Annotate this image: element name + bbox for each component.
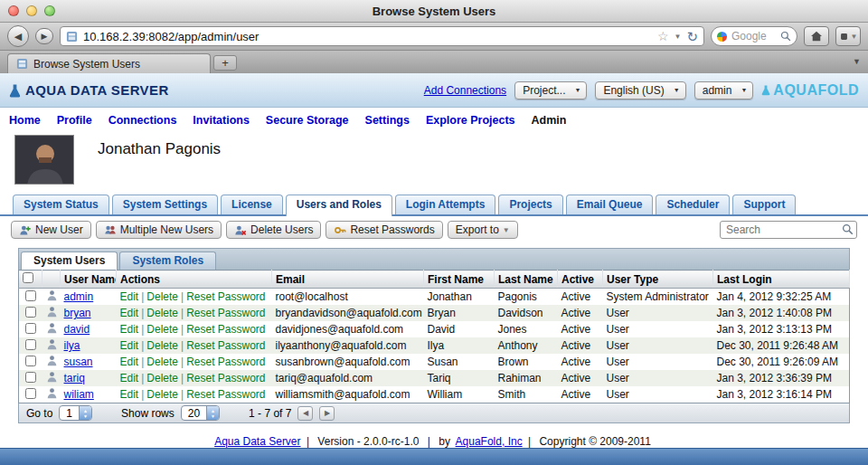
new-tab-button[interactable]: + (213, 55, 237, 71)
close-window-button[interactable] (8, 5, 19, 16)
language-select[interactable]: English (US) ▼ (595, 81, 685, 100)
tab-system-settings[interactable]: System Settings (112, 195, 218, 214)
tab-scheduler[interactable]: Scheduler (656, 195, 730, 214)
url-dropdown-chevron-icon[interactable]: ▼ (675, 33, 682, 41)
goto-page-stepper[interactable]: 1 ▲▼ (59, 405, 92, 421)
url-bar[interactable]: 10.168.2.39:8082/app/admin/user ☆ ▼ ↻ (60, 26, 704, 46)
forward-button[interactable]: ▶ (35, 28, 53, 44)
browser-tab[interactable]: Browse System Users (7, 53, 211, 73)
reset-password-link[interactable]: Reset Password (186, 356, 265, 368)
edit-link[interactable]: Edit (120, 388, 139, 401)
window-controls (8, 5, 55, 16)
reset-password-link[interactable]: Reset Password (186, 307, 265, 319)
username-link[interactable]: wiliam (64, 388, 94, 401)
username-link[interactable]: bryan (64, 307, 91, 319)
reset-passwords-button[interactable]: Reset Passwords (326, 221, 442, 239)
nav-item-admin[interactable]: Admin (532, 114, 567, 127)
reset-password-link[interactable]: Reset Password (186, 339, 265, 352)
footer-product-link[interactable]: Aqua Data Server (214, 435, 300, 448)
bookmark-star-icon[interactable]: ☆ (657, 30, 669, 43)
delete-link[interactable]: Delete (146, 388, 178, 401)
search-input[interactable] (720, 221, 857, 239)
reload-icon[interactable]: ↻ (686, 30, 698, 43)
row-checkbox[interactable] (25, 339, 36, 350)
edit-link[interactable]: Edit (120, 290, 139, 303)
row-checkbox[interactable] (25, 372, 36, 383)
delete-link[interactable]: Delete (146, 290, 178, 303)
stepper-arrows-icon[interactable]: ▲▼ (79, 406, 91, 420)
username-link[interactable]: susan (64, 356, 93, 368)
user-select[interactable]: admin ▼ (694, 81, 754, 100)
home-button[interactable] (804, 26, 829, 46)
nav-item-home[interactable]: Home (9, 114, 41, 127)
delete-users-button[interactable]: Delete Users (226, 221, 321, 239)
nav-item-connections[interactable]: Connections (108, 114, 177, 127)
back-button[interactable]: ◀ (7, 25, 29, 47)
select-arrows-icon[interactable]: ▲▼ (206, 406, 219, 420)
delete-link[interactable]: Delete (146, 372, 178, 384)
edit-link[interactable]: Edit (120, 339, 139, 352)
select-all-checkbox[interactable] (23, 272, 33, 283)
row-checkbox[interactable] (25, 388, 36, 399)
reset-password-link[interactable]: Reset Password (186, 323, 265, 336)
username-link[interactable]: tariq (64, 372, 85, 384)
new-user-button[interactable]: New User (11, 221, 91, 239)
delete-link[interactable]: Delete (146, 323, 178, 336)
active-cell: Active (558, 305, 603, 321)
show-rows-select[interactable]: 20 ▲▼ (181, 405, 220, 421)
multiple-new-users-label: Multiple New Users (120, 223, 213, 236)
reset-password-link[interactable]: Reset Password (186, 388, 265, 401)
delete-link[interactable]: Delete (146, 307, 178, 319)
tab-license[interactable]: License (221, 195, 283, 214)
edit-link[interactable]: Edit (120, 356, 139, 368)
last-login-cell: Jan 3, 2012 3:36:39 PM (713, 370, 850, 386)
row-checkbox[interactable] (25, 307, 36, 318)
edit-link[interactable]: Edit (120, 372, 139, 384)
export-to-button[interactable]: Export to ▼ (448, 221, 518, 239)
tab-projects[interactable]: Projects (498, 195, 562, 214)
tools-menu-button[interactable]: ▼ (835, 26, 861, 46)
username-link[interactable]: david (64, 323, 90, 336)
username-link[interactable]: admin (64, 290, 94, 303)
row-checkbox[interactable] (25, 356, 36, 366)
reset-passwords-label: Reset Passwords (350, 223, 434, 236)
next-page-button[interactable]: ▶ (319, 406, 335, 421)
tab-overflow-chevron-icon[interactable]: ▼ (853, 57, 861, 66)
new-user-icon (19, 224, 32, 236)
users-table: User Name Actions Email First Name Last … (18, 270, 850, 403)
search-magnifier-icon[interactable] (780, 31, 791, 42)
prev-page-button[interactable]: ◀ (297, 406, 313, 421)
multiple-new-users-button[interactable]: Multiple New Users (96, 221, 222, 239)
project-select[interactable]: Project... ▼ (514, 81, 587, 100)
tab-system-status[interactable]: System Status (13, 195, 109, 214)
tab-login-attempts[interactable]: Login Attempts (395, 195, 496, 214)
row-checkbox[interactable] (25, 323, 36, 334)
prev-page-icon: ◀ (303, 409, 308, 417)
nav-item-invitations[interactable]: Invitations (193, 114, 250, 127)
nav-item-profile[interactable]: Profile (57, 114, 92, 127)
reset-password-link[interactable]: Reset Password (186, 372, 265, 384)
tab-support[interactable]: Support (732, 195, 796, 214)
google-search-field[interactable]: Google (711, 26, 797, 46)
reset-password-link[interactable]: Reset Password (186, 290, 265, 303)
tab-email-queue[interactable]: Email Queue (566, 195, 654, 214)
zoom-window-button[interactable] (44, 5, 55, 16)
user-select-chevron-icon: ▼ (741, 87, 747, 93)
browser-window: Browse System Users ◀ ▶ 10.168.2.39:8082… (0, 0, 868, 465)
toolbar-search-magnifier-icon[interactable] (842, 223, 854, 235)
tab-users-and-roles[interactable]: Users and Roles (286, 195, 392, 216)
footer-company-link[interactable]: AquaFold, Inc (456, 435, 523, 448)
edit-link[interactable]: Edit (120, 323, 139, 336)
minimize-window-button[interactable] (26, 5, 37, 16)
subtab-system-roles[interactable]: System Roles (119, 251, 216, 270)
delete-link[interactable]: Delete (146, 339, 178, 352)
row-checkbox[interactable] (25, 290, 36, 301)
edit-link[interactable]: Edit (120, 307, 139, 319)
add-connections-link[interactable]: Add Connections (424, 84, 506, 97)
subtab-system-users[interactable]: System Users (21, 251, 118, 270)
nav-item-secure-storage[interactable]: Secure Storage (266, 114, 349, 127)
nav-item-settings[interactable]: Settings (365, 114, 410, 127)
username-link[interactable]: ilya (64, 339, 80, 352)
delete-link[interactable]: Delete (146, 356, 178, 368)
nav-item-explore-projects[interactable]: Explore Projects (426, 114, 515, 127)
